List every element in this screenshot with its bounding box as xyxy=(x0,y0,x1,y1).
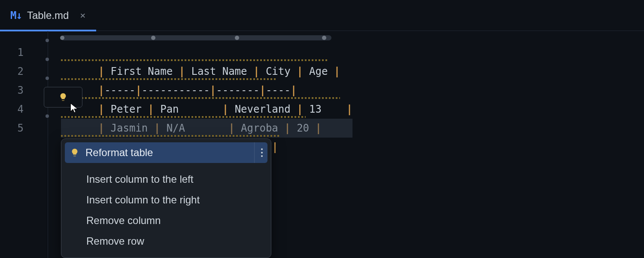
code-line[interactable]: | Peter | Pan | Neverland | 13 | xyxy=(61,81,352,100)
intention-item-label: Insert column to the right xyxy=(86,194,200,206)
table-column-bar[interactable] xyxy=(61,35,331,40)
editor: 1 2 3 4 5 | First Name | Last Name | Cit… xyxy=(0,31,644,258)
code-line-selected[interactable]: | Jack | Sparrow | N/A | 40 | xyxy=(61,119,352,138)
intention-item-reformat-table[interactable]: Reformat table xyxy=(65,142,267,163)
code-line[interactable]: | First Name | Last Name | City | Age | xyxy=(61,43,352,62)
svg-point-1 xyxy=(261,152,263,154)
intention-item-label: Insert column to the left xyxy=(86,173,193,185)
kebab-icon[interactable] xyxy=(254,142,263,163)
intention-item-insert-left[interactable]: Insert column to the left xyxy=(65,169,267,190)
code-line[interactable]: |-----|-----------|-------|----| xyxy=(61,62,352,81)
line-number: 1 xyxy=(0,43,48,62)
svg-point-2 xyxy=(261,155,263,157)
code-area[interactable]: | First Name | Last Name | City | Age | … xyxy=(48,31,352,258)
intention-item-label: Reformat table xyxy=(85,147,153,159)
line-number: 2 xyxy=(0,62,48,81)
svg-point-0 xyxy=(261,148,263,150)
intention-item-label: Remove row xyxy=(86,235,144,247)
line-number: 5 xyxy=(0,119,48,138)
tab-filename: Table.md xyxy=(27,9,69,22)
lightbulb-icon xyxy=(70,148,79,157)
code-line[interactable]: | Jasmin | N/A | Agroba | 20 | xyxy=(61,100,352,119)
markdown-icon: M↓ xyxy=(10,9,22,22)
close-icon[interactable]: × xyxy=(80,11,85,20)
line-number-gutter: 1 2 3 4 5 xyxy=(0,31,48,258)
line-number: 3 xyxy=(0,81,48,100)
intention-item-remove-row[interactable]: Remove row xyxy=(65,231,267,252)
intention-popup: Reformat table Insert column to the left… xyxy=(61,138,271,258)
lightbulb-icon xyxy=(58,92,68,102)
line-number: 4 xyxy=(0,100,48,119)
intention-item-insert-right[interactable]: Insert column to the right xyxy=(65,190,267,210)
tab-bar: M↓ Table.md × xyxy=(0,0,644,31)
intention-item-remove-column[interactable]: Remove column xyxy=(65,210,267,231)
editor-tab[interactable]: M↓ Table.md × xyxy=(0,0,96,31)
mouse-cursor-icon xyxy=(69,102,80,114)
intention-item-label: Remove column xyxy=(86,215,161,227)
